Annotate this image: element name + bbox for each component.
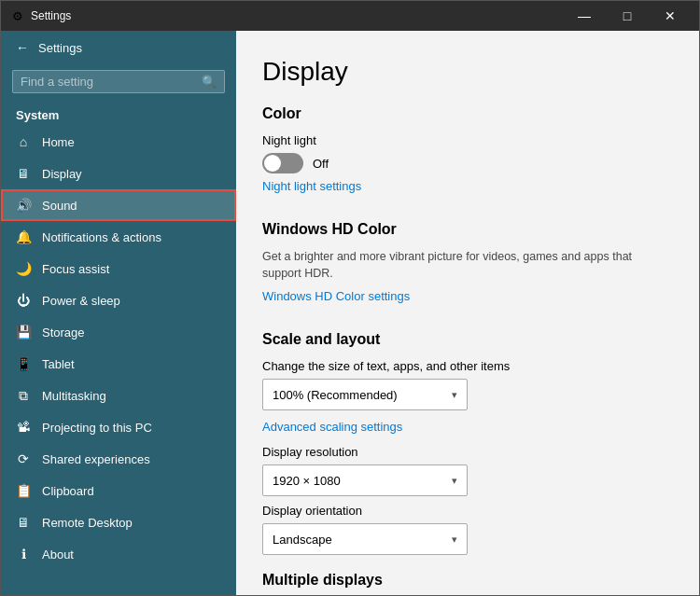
minimize-button[interactable]: — [563, 1, 606, 31]
about-icon: ℹ [16, 547, 31, 561]
notifications-icon: 🔔 [16, 229, 31, 244]
night-light-row: Off [262, 153, 669, 173]
sidebar-item-focus[interactable]: 🌙 Focus assist [1, 253, 236, 284]
sidebar-item-label: Focus assist [42, 262, 109, 276]
orientation-label: Display orientation [262, 504, 669, 518]
sidebar-back[interactable]: ← Settings [1, 31, 236, 64]
close-button[interactable]: ✕ [649, 1, 692, 31]
settings-window: ⚙ Settings — □ ✕ ← Settings 🔍 System [0, 0, 700, 596]
night-light-toggle[interactable] [262, 153, 303, 173]
sidebar-item-label: Home [42, 135, 75, 149]
sidebar-item-home[interactable]: ⌂ Home [1, 126, 236, 158]
sidebar-item-storage[interactable]: 💾 Storage [1, 316, 236, 348]
sidebar-item-label: Remote Desktop [42, 516, 133, 530]
sidebar-item-tablet[interactable]: 📱 Tablet [1, 348, 236, 380]
sidebar-item-label: Storage [42, 326, 85, 340]
sidebar-item-multitasking[interactable]: ⧉ Multitasking [1, 380, 236, 411]
scale-layout-section-title: Scale and layout [262, 331, 669, 348]
hd-color-section-title: Windows HD Color [262, 221, 669, 238]
sidebar-item-notifications[interactable]: 🔔 Notifications & actions [1, 221, 236, 253]
resolution-value: 1920 × 1080 [273, 474, 341, 488]
shared-icon: ⟳ [16, 451, 31, 466]
projecting-icon: 📽 [16, 420, 31, 435]
title-bar-title: Settings [31, 9, 71, 22]
sidebar-item-clipboard[interactable]: 📋 Clipboard [1, 475, 236, 506]
page-title: Display [262, 57, 669, 87]
orientation-value: Landscape [273, 533, 332, 547]
night-light-label: Night light [262, 133, 669, 147]
sidebar-item-label: Tablet [42, 357, 75, 371]
sidebar-item-label: Power & sleep [42, 294, 120, 308]
scale-dropdown[interactable]: 100% (Recommended) ▾ [262, 379, 468, 410]
sidebar-item-remote[interactable]: 🖥 Remote Desktop [1, 506, 236, 538]
chevron-down-icon: ▾ [452, 475, 457, 487]
sidebar-item-label: Sound [42, 199, 77, 213]
sidebar-item-label: Projecting to this PC [42, 421, 152, 435]
focus-icon: 🌙 [16, 261, 31, 276]
sidebar-item-label: Clipboard [42, 484, 94, 498]
maximize-button[interactable]: □ [606, 1, 649, 31]
sidebar-item-label: Shared experiences [42, 452, 150, 466]
search-icon: 🔍 [202, 75, 217, 89]
multiple-displays-section-title: Multiple displays [262, 572, 669, 589]
sidebar-item-display[interactable]: 🖥 Display [1, 158, 236, 189]
title-bar-left: ⚙ Settings [12, 9, 71, 23]
multitasking-icon: ⧉ [16, 388, 31, 403]
sidebar-item-label: Notifications & actions [42, 230, 161, 244]
title-bar-controls: — □ ✕ [563, 1, 692, 31]
sidebar-item-label: About [42, 547, 74, 561]
night-light-settings-link[interactable]: Night light settings [262, 179, 361, 193]
color-section-title: Color [262, 105, 669, 122]
system-section-label: System [1, 103, 236, 126]
hd-color-settings-link[interactable]: Windows HD Color settings [262, 289, 410, 303]
sidebar-item-projecting[interactable]: 📽 Projecting to this PC [1, 411, 236, 443]
sidebar-item-label: Multitasking [42, 389, 106, 403]
display-icon: 🖥 [16, 166, 31, 181]
orientation-dropdown[interactable]: Landscape ▾ [262, 523, 468, 555]
back-icon: ← [16, 40, 29, 55]
power-icon: ⏻ [16, 293, 31, 308]
resolution-dropdown[interactable]: 1920 × 1080 ▾ [262, 464, 468, 496]
sidebar-item-about[interactable]: ℹ About [1, 538, 236, 570]
hd-color-description: Get a brighter and more vibrant picture … [262, 249, 669, 282]
storage-icon: 💾 [16, 325, 31, 340]
sidebar: ← Settings 🔍 System ⌂ Home 🖥 Display 🔊 S… [1, 31, 236, 595]
chevron-down-icon: ▾ [452, 534, 457, 546]
sidebar-item-label: Display [42, 167, 82, 181]
remote-icon: 🖥 [16, 515, 31, 530]
change-size-label: Change the size of text, apps, and other… [262, 359, 669, 373]
title-bar-icon: ⚙ [12, 9, 23, 23]
content-area: ← Settings 🔍 System ⌂ Home 🖥 Display 🔊 S… [1, 31, 699, 595]
search-box[interactable]: 🔍 [12, 70, 225, 93]
resolution-label: Display resolution [262, 445, 669, 459]
clipboard-icon: 📋 [16, 483, 31, 498]
search-input[interactable] [21, 75, 196, 89]
toggle-thumb [264, 155, 281, 172]
night-light-value: Off [313, 157, 329, 171]
chevron-down-icon: ▾ [452, 389, 457, 401]
title-bar: ⚙ Settings — □ ✕ [1, 1, 699, 31]
home-icon: ⌂ [16, 134, 31, 149]
scale-value: 100% (Recommended) [273, 388, 398, 402]
sidebar-back-label: Settings [38, 41, 82, 55]
sidebar-item-shared[interactable]: ⟳ Shared experiences [1, 443, 236, 475]
sound-icon: 🔊 [16, 198, 31, 213]
sidebar-item-sound[interactable]: 🔊 Sound [1, 189, 236, 221]
tablet-icon: 📱 [16, 356, 31, 371]
advanced-scaling-link[interactable]: Advanced scaling settings [262, 420, 402, 434]
sidebar-item-power[interactable]: ⏻ Power & sleep [1, 284, 236, 316]
main-panel: Display Color Night light Off Night ligh… [236, 31, 699, 595]
